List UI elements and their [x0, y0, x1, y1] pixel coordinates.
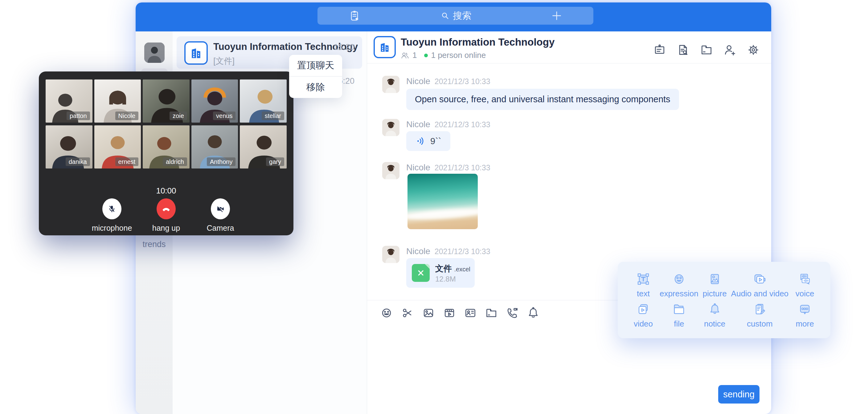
search-field[interactable]: 搜索 [440, 9, 472, 22]
voice-wave-icon [415, 136, 426, 146]
message-time: 2021/12/3 10:33 [435, 163, 490, 172]
participant-name: danika [66, 157, 90, 166]
sender-avatar[interactable] [382, 76, 400, 93]
file-name: 文件 [435, 264, 452, 273]
message-time: 2021/12/3 10:33 [435, 77, 490, 86]
panel-label: custom [747, 319, 773, 329]
camera-button[interactable]: Camera [202, 198, 239, 232]
sender-name: Nicole [406, 247, 430, 256]
participant-tile[interactable]: Anthony [191, 125, 238, 168]
contact-card-icon[interactable] [464, 306, 477, 320]
picture-icon[interactable] [422, 306, 435, 320]
voice-message-bubble[interactable]: 9`` [406, 131, 450, 151]
add-icon[interactable] [551, 10, 562, 22]
microphone-label: microphone [92, 224, 132, 232]
hang-up-icon [157, 198, 176, 219]
sender-avatar[interactable] [382, 246, 400, 263]
participant-tile[interactable]: Nicole [94, 79, 141, 123]
participant-tile[interactable]: aldrich [143, 125, 190, 168]
online-dot [424, 54, 428, 57]
panel-item-text[interactable]: text [627, 270, 660, 300]
video-call-icon[interactable] [505, 306, 519, 320]
panel-item-file[interactable]: file [660, 300, 699, 330]
search-bar[interactable]: 搜索 [317, 7, 593, 25]
file-ext: .excel [454, 266, 470, 273]
group-avatar[interactable] [184, 41, 208, 65]
conversation-title: Tuoyun Information Technology [213, 41, 343, 52]
video-icon[interactable] [443, 306, 456, 320]
participant-name: zoie [169, 112, 187, 120]
chat-title: Tuoyun Information Technology [401, 36, 555, 48]
image-message-beach[interactable] [407, 174, 478, 229]
settings-icon[interactable] [747, 43, 760, 57]
chat-group-avatar [374, 36, 396, 58]
conversation-preview: [文件] [213, 56, 235, 67]
search-placeholder: 搜索 [453, 9, 472, 22]
participant-name: Anthony [207, 157, 236, 166]
group-notice-icon[interactable] [653, 43, 666, 57]
add-member-icon[interactable] [723, 43, 737, 57]
participant-name: ernest [115, 157, 139, 166]
file-size: 12.8M [435, 275, 456, 283]
panel-item-custom[interactable]: custom [731, 300, 788, 330]
user-avatar[interactable] [144, 42, 164, 63]
sender-avatar[interactable] [382, 119, 400, 136]
panel-item-voice[interactable]: voice [788, 270, 821, 300]
search-icon [440, 11, 450, 21]
file-message-card[interactable]: ✕ 文件 .excel 12.8M [406, 258, 475, 288]
participant-tile[interactable]: ernest [94, 125, 141, 168]
hang-up-label: hang up [152, 224, 180, 232]
participant-tile[interactable]: zoie [143, 79, 190, 123]
panel-label: picture [703, 289, 727, 298]
hang-up-button[interactable]: hang up [148, 198, 185, 232]
panel-label: Audio and video [731, 289, 788, 298]
participant-name: stellar [262, 112, 284, 120]
sender-name: Nicole [406, 163, 430, 172]
emoji-icon[interactable] [380, 306, 393, 320]
sender-avatar[interactable] [382, 162, 400, 179]
mic-muted-icon [102, 198, 121, 219]
participant-tile[interactable]: gary [240, 125, 287, 168]
notification-icon[interactable] [526, 306, 540, 320]
sender-name: Nicole [406, 120, 430, 129]
participant-tile[interactable]: patton [45, 79, 92, 123]
message-meta: Nicole2021/12/3 10:33 [406, 76, 490, 86]
menu-item-remove[interactable]: 移除 [289, 77, 342, 98]
chat-member-info: 1 1 person online [401, 51, 486, 60]
participant-tile[interactable]: venus [191, 79, 238, 123]
text-message-bubble[interactable]: Open source, free, and universal instant… [406, 89, 679, 110]
search-history-icon[interactable] [676, 43, 690, 57]
file-icon[interactable] [485, 306, 498, 320]
conversation-context-menu: 置顶聊天 移除 [289, 55, 342, 98]
send-button[interactable]: sending [718, 385, 760, 404]
panel-label: expression [660, 289, 699, 298]
panel-label: notice [704, 319, 725, 329]
participant-name: gary [266, 157, 284, 166]
sender-name: Nicole [406, 76, 430, 86]
menu-item-pin[interactable]: 置顶聊天 [289, 55, 342, 76]
participant-name: patton [67, 112, 90, 120]
message-type-panel: text expression picture Audio and video [618, 262, 830, 338]
participant-name: aldrich [163, 157, 187, 166]
panel-item-expression[interactable]: expression [660, 270, 699, 300]
panel-item-video[interactable]: video [627, 300, 660, 330]
panel-label: file [674, 319, 684, 329]
conversation-time: 15:20 [327, 42, 354, 52]
participant-name: venus [213, 112, 236, 120]
member-count: 1 [412, 51, 417, 60]
files-icon[interactable] [700, 43, 713, 57]
screenshot-icon[interactable] [401, 306, 414, 320]
call-timer: 10:00 [39, 186, 293, 196]
excel-file-icon: ✕ [412, 264, 430, 282]
participant-grid: patton Nicole zoie venus stellar danika … [45, 79, 287, 168]
microphone-button[interactable]: microphone [93, 198, 130, 232]
panel-item-notice[interactable]: notice [699, 300, 731, 330]
panel-item-audio-video[interactable]: Audio and video [731, 270, 788, 300]
participant-tile[interactable]: stellar [240, 79, 287, 123]
members-icon [401, 51, 409, 60]
panel-item-more[interactable]: more [788, 300, 821, 330]
call-records-icon[interactable] [348, 9, 361, 22]
panel-item-picture[interactable]: picture [699, 270, 731, 300]
chat-header-actions [653, 43, 760, 57]
participant-tile[interactable]: danika [45, 125, 92, 168]
